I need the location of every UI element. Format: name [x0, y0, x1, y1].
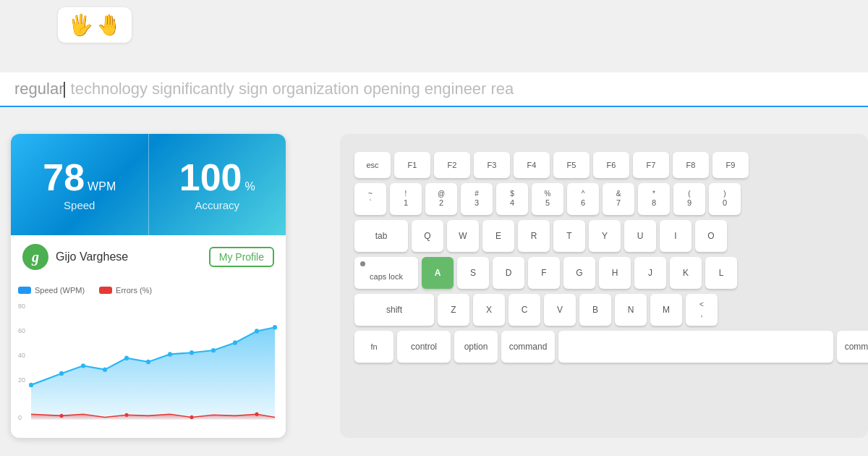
- typing-bar: regular technology significantly sign or…: [0, 72, 868, 107]
- z-key-row: shift Z X C V B N M <,: [354, 294, 854, 326]
- key-n[interactable]: N: [615, 294, 647, 326]
- svg-text:20: 20: [18, 376, 25, 383]
- key-b[interactable]: B: [579, 294, 611, 326]
- key-tilde[interactable]: ~`: [354, 183, 386, 215]
- key-f6[interactable]: F6: [593, 152, 629, 178]
- key-f5[interactable]: F5: [553, 152, 590, 178]
- key-e[interactable]: E: [482, 220, 514, 252]
- key-l[interactable]: L: [705, 257, 737, 289]
- key-5[interactable]: %5: [532, 183, 563, 215]
- key-option[interactable]: option: [454, 331, 498, 363]
- svg-point-10: [146, 360, 150, 364]
- key-s[interactable]: S: [457, 257, 489, 289]
- svg-point-7: [81, 363, 85, 368]
- key-less-than[interactable]: <,: [686, 294, 718, 326]
- errors-legend-item: Errors (%): [99, 286, 152, 295]
- key-8[interactable]: *8: [638, 183, 670, 215]
- a-key-row: caps lock A S D F G H J K L: [354, 257, 854, 289]
- key-r[interactable]: R: [518, 220, 550, 252]
- key-tab[interactable]: tab: [354, 220, 408, 252]
- key-f[interactable]: F: [528, 257, 560, 289]
- keyboard-rows: esc F1 F2 F3 F4 F5 F6 F7 F8 F9 ~` !1 @2 …: [354, 152, 854, 363]
- key-command-right[interactable]: command: [837, 331, 868, 363]
- key-9[interactable]: (9: [673, 183, 705, 215]
- svg-point-11: [168, 352, 172, 356]
- key-f4[interactable]: F4: [514, 152, 550, 178]
- accuracy-unit: %: [245, 180, 255, 193]
- avatar: g: [22, 244, 48, 270]
- stats-box: 78 WPM Speed 100 % Accuracy: [11, 134, 286, 235]
- key-fn[interactable]: fn: [354, 331, 393, 363]
- key-1[interactable]: !1: [390, 183, 422, 215]
- my-profile-button[interactable]: My Profile: [209, 247, 274, 267]
- speed-chart: 80 60 40 20 0: [18, 300, 278, 423]
- svg-point-6: [59, 371, 64, 376]
- remaining-text: technology significantly sign organizati…: [66, 80, 514, 98]
- accuracy-label: Accuracy: [195, 199, 239, 211]
- key-7[interactable]: &7: [603, 183, 634, 215]
- key-0[interactable]: )0: [709, 183, 741, 215]
- key-f1[interactable]: F1: [394, 152, 430, 178]
- speed-legend-label: Speed (WPM): [35, 286, 85, 295]
- key-h[interactable]: H: [599, 257, 631, 289]
- accuracy-number: 100: [179, 159, 242, 196]
- profile-row: g Gijo Varghese My Profile: [11, 235, 286, 279]
- key-j[interactable]: J: [634, 257, 666, 289]
- key-4[interactable]: $4: [496, 183, 528, 215]
- avatar-letter: g: [32, 249, 39, 266]
- num-key-row: ~` !1 @2 #3 $4 %5 ^6 &7 *8 (9 )0: [354, 183, 854, 215]
- key-2[interactable]: @2: [425, 183, 457, 215]
- typed-text: regular: [14, 80, 64, 98]
- key-w[interactable]: W: [447, 220, 479, 252]
- key-f3[interactable]: F3: [474, 152, 510, 178]
- left-panel: 78 WPM Speed 100 % Accuracy g Gijo Vargh…: [11, 134, 286, 438]
- key-c[interactable]: C: [509, 294, 540, 326]
- key-a[interactable]: A: [422, 257, 454, 289]
- svg-point-9: [124, 356, 129, 360]
- key-u[interactable]: U: [624, 220, 656, 252]
- key-y[interactable]: Y: [589, 220, 621, 252]
- key-command-left[interactable]: command: [501, 331, 555, 363]
- key-x[interactable]: X: [473, 294, 505, 326]
- key-esc[interactable]: esc: [354, 152, 391, 178]
- errors-legend-label: Errors (%): [116, 286, 152, 295]
- key-f9[interactable]: F9: [712, 152, 749, 178]
- key-o[interactable]: O: [695, 220, 727, 252]
- key-k[interactable]: K: [670, 257, 702, 289]
- key-g[interactable]: G: [563, 257, 595, 289]
- key-t[interactable]: T: [553, 220, 585, 252]
- errors-legend-color: [99, 287, 112, 294]
- key-f2[interactable]: F2: [434, 152, 470, 178]
- key-capslock[interactable]: caps lock: [354, 257, 418, 289]
- key-m[interactable]: M: [650, 294, 682, 326]
- key-f8[interactable]: F8: [673, 152, 709, 178]
- key-q[interactable]: Q: [412, 220, 443, 252]
- key-shift-left[interactable]: shift: [354, 294, 434, 326]
- speed-stat: 78 WPM Speed: [11, 134, 149, 235]
- accuracy-stat: 100 % Accuracy: [149, 134, 286, 235]
- key-v[interactable]: V: [544, 294, 576, 326]
- keyboard-panel: esc F1 F2 F3 F4 F5 F6 F7 F8 F9 ~` !1 @2 …: [340, 134, 868, 438]
- chart-legend: Speed (WPM) Errors (%): [18, 286, 278, 295]
- speed-legend-color: [18, 287, 31, 294]
- key-f7[interactable]: F7: [633, 152, 669, 178]
- key-6[interactable]: ^6: [567, 183, 599, 215]
- fn-key-row: esc F1 F2 F3 F4 F5 F6 F7 F8 F9: [354, 152, 854, 178]
- wpm-number: 78: [43, 159, 85, 196]
- logo-box: 🖐 🤚: [58, 7, 132, 43]
- q-key-row: tab Q W E R T Y U I O: [354, 220, 854, 252]
- svg-text:80: 80: [18, 302, 25, 309]
- svg-point-18: [125, 413, 129, 417]
- svg-point-12: [190, 350, 194, 355]
- chart-area: Speed (WPM) Errors (%) 80 60 40 20 0: [11, 279, 286, 438]
- key-i[interactable]: I: [660, 220, 692, 252]
- key-3[interactable]: #3: [461, 183, 493, 215]
- key-control[interactable]: control: [397, 331, 451, 363]
- svg-point-14: [233, 340, 237, 345]
- key-d[interactable]: D: [493, 257, 524, 289]
- profile-name: Gijo Varghese: [56, 250, 202, 263]
- key-spacebar[interactable]: [558, 331, 833, 363]
- svg-point-15: [255, 329, 259, 333]
- key-z[interactable]: Z: [438, 294, 469, 326]
- svg-point-16: [273, 325, 277, 329]
